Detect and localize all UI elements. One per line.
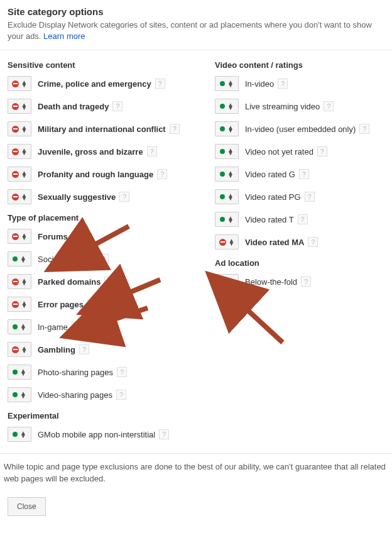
toggle[interactable]: ▲▼: [8, 342, 31, 357]
help-icon[interactable]: ?: [72, 231, 82, 241]
sort-icon: ▲▼: [227, 216, 234, 222]
help-icon[interactable]: ?: [298, 214, 308, 224]
row-placement-5: ▲▼Gambling?: [8, 342, 215, 357]
toggle[interactable]: ▲▼: [8, 121, 31, 136]
toggle[interactable]: ▲▼: [215, 76, 239, 91]
sort-icon: ▲▼: [21, 126, 28, 132]
row-sensitive-5: ▲▼Sexually suggestive?: [8, 189, 215, 204]
toggle[interactable]: ▲▼: [215, 144, 239, 159]
help-icon[interactable]: ?: [170, 124, 180, 134]
row-video-6: ▲▼Video rated T?: [215, 212, 384, 227]
row-label: In-game: [38, 322, 68, 332]
toggle[interactable]: ▲▼: [215, 121, 239, 136]
sort-icon: ▲▼: [21, 233, 28, 239]
row-video-5: ▲▼Video rated PG?: [215, 189, 384, 204]
toggle[interactable]: ▲▼: [215, 189, 239, 204]
toggle[interactable]: ▲▼: [215, 167, 239, 182]
excluded-icon: [12, 148, 19, 155]
sort-icon: ▲▼: [20, 324, 26, 330]
toggle[interactable]: ▲▼: [8, 251, 31, 266]
included-icon: [13, 256, 18, 261]
row-video-7: ▲▼Video rated MA?: [215, 234, 384, 250]
excluded-icon: [219, 239, 226, 246]
toggle[interactable]: ▲▼: [8, 319, 31, 334]
help-icon[interactable]: ?: [155, 79, 165, 89]
toggle[interactable]: ▲▼: [8, 144, 31, 159]
sort-icon: ▲▼: [21, 278, 28, 285]
sort-icon: ▲▼: [21, 301, 28, 307]
row-placement-2: ▲▼Parked domains?: [8, 274, 215, 289]
row-sensitive-4: ▲▼Profanity and rough language?: [8, 167, 215, 182]
toggle[interactable]: ▲▼: [215, 274, 239, 289]
included-icon: [13, 370, 18, 375]
row-adloc-0: ▲▼Below-the-fold?: [215, 274, 384, 289]
close-button[interactable]: Close: [8, 497, 46, 516]
row-placement-6: ▲▼Photo-sharing pages?: [8, 365, 215, 380]
sort-icon: ▲▼: [21, 346, 28, 353]
row-label: Video not yet rated: [245, 147, 313, 156]
row-video-0: ▲▼In-video?: [215, 76, 384, 91]
included-icon: [13, 392, 18, 397]
row-label: Juvenile, gross and bizarre: [38, 147, 143, 156]
row-label: In-video (user embedded only): [245, 124, 356, 134]
help-icon[interactable]: ?: [99, 254, 109, 264]
toggle[interactable]: ▲▼: [8, 76, 31, 91]
page-title: Site category options: [8, 6, 384, 17]
excluded-icon: [12, 233, 19, 240]
sort-icon: ▲▼: [229, 239, 235, 245]
help-icon[interactable]: ?: [119, 192, 129, 202]
toggle[interactable]: ▲▼: [215, 212, 239, 227]
section-experimental: Experimental: [8, 411, 215, 420]
row-label: Video rated MA: [245, 238, 304, 247]
sort-icon: ▲▼: [21, 80, 28, 87]
row-label: Video-sharing pages: [38, 390, 112, 400]
included-icon: [13, 324, 18, 329]
row-label: Crime, police and emergency: [38, 79, 151, 89]
sort-icon: ▲▼: [227, 148, 234, 155]
toggle[interactable]: ▲▼: [8, 167, 31, 182]
row-label: Sexually suggestive: [38, 192, 116, 202]
help-icon[interactable]: ?: [147, 146, 157, 156]
toggle[interactable]: ▲▼: [8, 99, 31, 114]
toggle[interactable]: ▲▼: [8, 274, 31, 289]
help-icon[interactable]: ?: [308, 237, 318, 247]
help-icon[interactable]: ?: [159, 429, 169, 439]
help-icon[interactable]: ?: [317, 146, 327, 156]
toggle[interactable]: ▲▼: [8, 365, 31, 380]
help-icon[interactable]: ?: [79, 344, 89, 354]
help-icon[interactable]: ?: [157, 169, 167, 179]
help-icon[interactable]: ?: [87, 299, 97, 309]
excluded-icon: [12, 278, 19, 285]
help-icon[interactable]: ?: [301, 277, 311, 287]
included-icon: [13, 432, 18, 437]
help-icon[interactable]: ?: [305, 192, 315, 202]
toggle[interactable]: ▲▼: [8, 427, 31, 442]
sort-icon: ▲▼: [20, 431, 26, 437]
row-placement-7: ▲▼Video-sharing pages?: [8, 387, 215, 402]
learn-more-link[interactable]: Learn more: [43, 31, 85, 41]
included-icon: [220, 126, 225, 131]
included-icon: [220, 194, 225, 199]
row-label: Below-the-fold: [245, 277, 297, 287]
help-icon[interactable]: ?: [117, 367, 127, 377]
toggle[interactable]: ▲▼: [8, 229, 31, 244]
help-icon[interactable]: ?: [359, 124, 369, 134]
toggle[interactable]: ▲▼: [215, 234, 239, 250]
help-icon[interactable]: ?: [324, 101, 334, 111]
section-adloc: Ad location: [215, 258, 384, 268]
header: Site category options Exclude Display Ne…: [0, 0, 392, 50]
toggle[interactable]: ▲▼: [8, 297, 31, 312]
sort-icon: ▲▼: [227, 103, 234, 109]
help-icon[interactable]: ?: [299, 169, 309, 179]
sort-icon: ▲▼: [21, 194, 28, 200]
toggle[interactable]: ▲▼: [215, 99, 239, 114]
toggle[interactable]: ▲▼: [8, 189, 31, 204]
help-icon[interactable]: ?: [104, 277, 114, 287]
included-icon: [220, 172, 225, 177]
sort-icon: ▲▼: [20, 369, 26, 375]
help-icon[interactable]: ?: [278, 79, 288, 89]
help-icon[interactable]: ?: [112, 101, 122, 111]
help-icon[interactable]: ?: [72, 322, 82, 332]
help-icon[interactable]: ?: [116, 390, 126, 400]
toggle[interactable]: ▲▼: [8, 387, 31, 402]
